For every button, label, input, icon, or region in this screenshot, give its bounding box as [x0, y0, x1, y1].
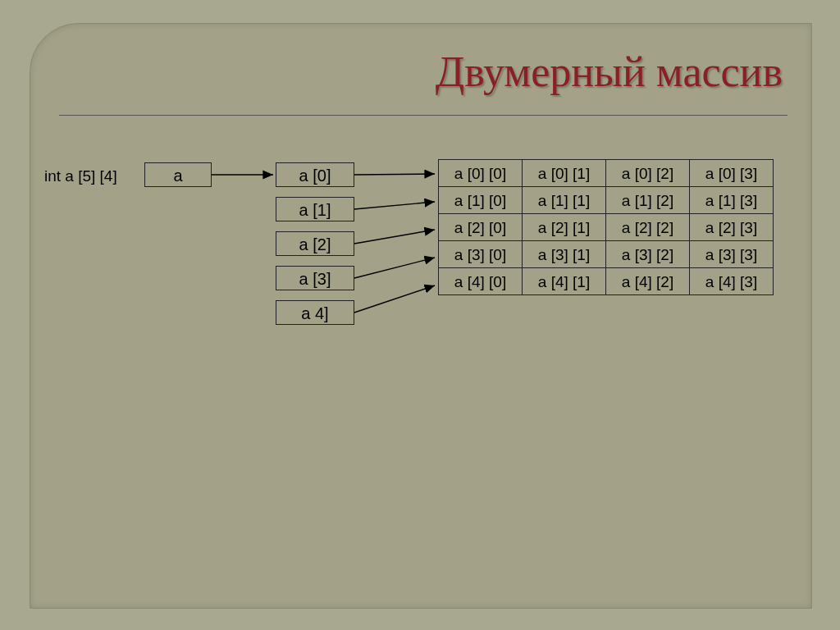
- pointer-box-a: a: [144, 162, 212, 187]
- grid-cell: a [2] [3]: [689, 213, 774, 241]
- grid-cell: a [0] [1]: [522, 159, 606, 187]
- grid-cell: a [3] [3]: [689, 240, 774, 268]
- title-underline: [59, 115, 788, 116]
- grid-row: a [0] [0] a [0] [1] a [0] [2] a [0] [3]: [439, 160, 774, 187]
- grid-row: a [1] [0] a [1] [1] a [1] [2] a [1] [3]: [439, 187, 774, 214]
- element-grid: a [0] [0] a [0] [1] a [0] [2] a [0] [3] …: [439, 160, 774, 295]
- grid-cell: a [2] [2]: [605, 213, 690, 241]
- slide-title: Двумерный массив: [436, 48, 783, 96]
- content-panel: [30, 23, 812, 609]
- grid-row: a [3] [0] a [3] [1] a [3] [2] a [3] [3]: [439, 241, 774, 268]
- grid-cell: a [1] [3]: [689, 186, 774, 214]
- grid-cell: a [4] [3]: [689, 267, 774, 295]
- grid-cell: a [3] [0]: [438, 240, 523, 268]
- grid-cell: a [0] [2]: [605, 159, 690, 187]
- grid-cell: a [4] [2]: [605, 267, 690, 295]
- row-pointer-1: a [1]: [276, 197, 354, 221]
- grid-cell: a [3] [2]: [605, 240, 690, 268]
- grid-cell: a [1] [0]: [438, 186, 523, 214]
- grid-cell: a [0] [3]: [689, 159, 774, 187]
- grid-cell: a [1] [1]: [522, 186, 606, 214]
- grid-cell: a [2] [0]: [438, 213, 523, 241]
- grid-cell: a [4] [1]: [522, 267, 606, 295]
- grid-cell: a [1] [2]: [605, 186, 690, 214]
- slide-background: Двумерный массив int a [5] [4] a a [0] a…: [0, 0, 840, 630]
- grid-cell: a [2] [1]: [522, 213, 606, 241]
- row-pointer-2: a [2]: [276, 231, 354, 256]
- grid-cell: a [4] [0]: [438, 267, 523, 295]
- grid-cell: a [0] [0]: [438, 159, 523, 187]
- grid-row: a [4] [0] a [4] [1] a [4] [2] a [4] [3]: [439, 268, 774, 295]
- row-pointer-4: a 4]: [276, 300, 354, 325]
- grid-row: a [2] [0] a [2] [1] a [2] [2] a [2] [3]: [439, 214, 774, 241]
- row-pointer-3: a [3]: [276, 266, 354, 290]
- grid-cell: a [3] [1]: [522, 240, 606, 268]
- row-pointer-0: a [0]: [276, 162, 354, 187]
- array-declaration: int a [5] [4]: [44, 167, 117, 185]
